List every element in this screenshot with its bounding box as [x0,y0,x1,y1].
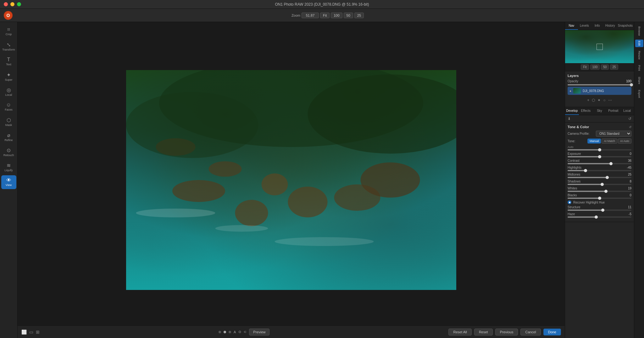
zoom-input[interactable]: 51.87 [302,13,319,18]
tool-super[interactable]: ✦ Super [1,70,16,84]
layer-blend-button[interactable]: ○ [602,97,606,103]
nav-tab-info[interactable]: Info [591,22,604,30]
blacks-fill [568,198,600,199]
opacity-thumb[interactable] [630,83,633,86]
svg-point-4 [288,187,328,217]
nav-tab-snapshots[interactable]: Snapshots [617,22,634,30]
auto-slider-thumb[interactable] [598,148,601,151]
panel-import-icon[interactable]: ⬇ [568,117,571,121]
exposure-slider[interactable] [568,156,631,157]
zoom-25-button[interactable]: 25 [354,13,364,18]
canvas-area[interactable]: ⬜ ▭ ⊞ A ⊙ ⊂ Preview Reset All Reset Prev… [18,22,565,338]
recover-highlight-checkbox[interactable] [568,200,571,204]
tool-retouch[interactable]: ⊙ Retouch [1,145,16,159]
cancel-button[interactable]: Cancel [520,329,541,335]
whites-row: Whites 19 [568,187,631,190]
layer-item[interactable]: ● DJI_0078.DNG [568,87,631,95]
preview-button[interactable]: Preview [249,329,269,335]
retouch-label: Retouch [3,154,14,157]
extra-right-sidebar: Browse Edit Resize Print Share Export [634,22,644,338]
whites-slider[interactable] [568,191,631,192]
shadows-thumb[interactable] [601,183,604,186]
export-icon[interactable]: Export [635,88,643,100]
highlights-thumb[interactable] [584,169,587,172]
contrast-thumb[interactable] [609,162,613,165]
shadows-slider[interactable] [568,184,631,185]
haze-label: Haze [568,212,590,216]
close-button[interactable] [4,2,8,6]
print-icon[interactable]: Print [635,63,643,73]
haze-slider[interactable] [568,216,631,218]
contrast-fill [568,163,611,164]
layer-name: DJI_0078.DNG [583,89,630,93]
tool-liquify[interactable]: ≋ Liquify [1,160,16,174]
camera-profile-select[interactable]: ON1 Standard Camera Standard Camera Vivi… [596,131,631,137]
view-mode-icon-3[interactable]: ⊞ [36,330,40,335]
opacity-label: Opacity [568,79,578,83]
nav-tab-history[interactable]: History [604,22,617,30]
midtones-slider[interactable] [568,177,631,178]
tool-refine[interactable]: ⌀ Refine [1,130,16,144]
svg-point-6 [361,162,420,198]
edit-icon[interactable]: Edit [635,40,643,47]
share-icon[interactable]: Share [635,75,643,86]
edit-tab-effects[interactable]: Effects [579,107,593,115]
structure-slider[interactable] [568,210,631,211]
mini-zoom-fit[interactable]: Fit [581,64,589,70]
zoom-100-button[interactable]: 100 [331,13,342,18]
reset-all-button[interactable]: Reset All [448,329,471,335]
edit-tab-local[interactable]: Local [620,107,634,115]
previous-button[interactable]: Previous [495,329,518,335]
nav-tab-nav[interactable]: Nav [565,22,578,30]
contrast-row: Contrast 36 [568,159,631,162]
tool-view[interactable]: 👁 View [1,175,16,189]
opacity-slider[interactable] [568,84,631,85]
whites-thumb[interactable] [604,190,608,193]
mini-zoom-100[interactable]: 100 [590,64,600,70]
panel-reset-icon[interactable]: ↺ [628,117,631,121]
structure-thumb[interactable] [601,209,604,212]
tool-faces[interactable]: ☺ Faces [1,100,16,114]
tone-ai-auto-button[interactable]: AI Auto [618,139,631,144]
view-mode-icon-2[interactable]: ▭ [29,330,33,335]
edit-tab-sky[interactable]: Sky [593,107,607,115]
contrast-slider[interactable] [568,163,631,164]
exposure-thumb[interactable] [598,155,601,158]
tool-mask[interactable]: ⬡ Mask [1,115,16,129]
reset-button[interactable]: Reset [474,329,493,335]
camera-profile-label: Camera Profile: [568,132,589,135]
tool-text[interactable]: T Text [1,55,16,68]
highlights-slider[interactable] [568,170,631,171]
mini-zoom-25[interactable]: 25 [610,64,618,70]
minimize-button[interactable] [10,2,14,6]
layer-fx-button[interactable]: ✦ [597,97,601,103]
browse-icon[interactable]: Browse [635,25,643,38]
layer-delete-button[interactable]: ⋯ [608,97,613,103]
tool-crop[interactable]: ⌗ Crop [1,25,16,38]
view-mode-icon-1[interactable]: ⬜ [21,330,27,335]
auto-slider[interactable] [568,149,631,150]
zoom-fit-button[interactable]: Fit [320,13,330,18]
zoom-50-button[interactable]: 50 [344,13,353,18]
layer-add-button[interactable]: + [586,97,590,103]
tone-ai-match-button[interactable]: AI Match [602,139,617,144]
nav-tab-levels[interactable]: Levels [578,22,591,30]
mini-zoom-50[interactable]: 50 [601,64,609,70]
resize-icon[interactable]: Resize [635,49,643,62]
edit-tab-develop[interactable]: Develop [565,107,579,115]
midtones-value: 25 [624,173,631,176]
tool-local[interactable]: ◎ Local [1,85,16,99]
layer-visibility-icon[interactable]: ● [569,89,571,93]
tool-transform[interactable]: ⤡ Transform [1,40,16,53]
maximize-button[interactable] [17,2,21,6]
blacks-thumb[interactable] [598,197,601,200]
layer-mask-button[interactable]: ⬡ [591,97,596,103]
tone-color-reset[interactable]: ↺ [629,125,631,129]
edit-tab-portrait[interactable]: Portrait [606,107,620,115]
tone-manual-button[interactable]: Manual [587,139,601,144]
haze-thumb[interactable] [595,215,598,219]
window-title: ON1 Photo RAW 2023 (DJI_0078.DNG @ 51.9%… [275,2,369,7]
midtones-thumb[interactable] [606,176,609,179]
done-button[interactable]: Done [543,329,561,335]
blacks-slider[interactable] [568,198,631,199]
